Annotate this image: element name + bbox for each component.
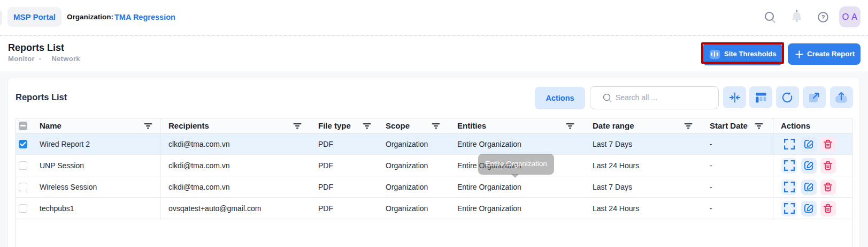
svg-text:?: ? xyxy=(821,14,825,20)
